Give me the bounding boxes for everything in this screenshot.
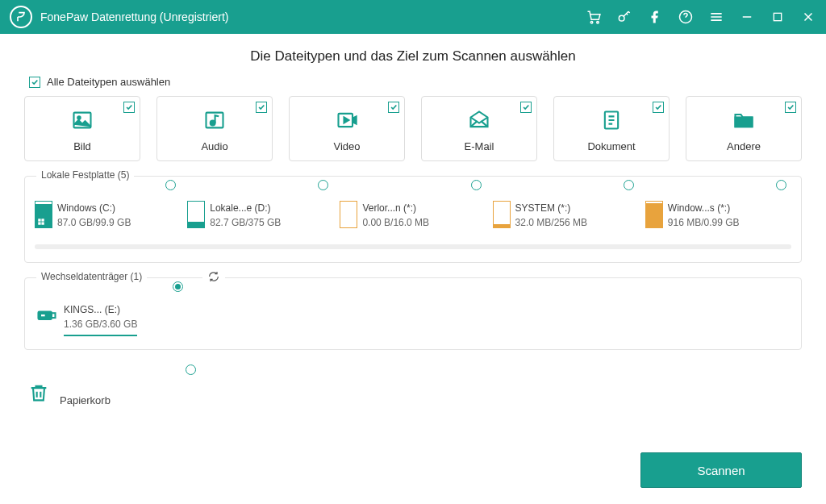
audio-icon xyxy=(201,108,228,132)
svg-point-0 xyxy=(590,21,593,23)
svg-point-1 xyxy=(597,21,599,23)
drive-win-radio[interactable] xyxy=(776,180,786,190)
document-icon xyxy=(598,108,625,132)
andere-checkbox[interactable] xyxy=(785,102,796,113)
svg-point-6 xyxy=(77,116,81,119)
drive-c-name: Windows (C:) xyxy=(57,201,131,215)
drive-lost-radio[interactable] xyxy=(471,180,482,190)
scan-button[interactable]: Scannen xyxy=(640,452,802,488)
removable-legend: Wechseldatenträger (1) xyxy=(36,271,147,282)
trash-label: Papierkorb xyxy=(60,394,111,408)
trash-section[interactable]: Papierkorb xyxy=(27,364,802,408)
svg-rect-15 xyxy=(41,222,44,224)
drive-usb[interactable]: KINGS... (E:)1.36 GB/3.60 GB xyxy=(35,301,188,336)
audio-checkbox[interactable] xyxy=(256,102,267,113)
dokument-checkbox[interactable] xyxy=(653,102,664,113)
email-label: E-Mail xyxy=(465,140,494,152)
trash-radio[interactable] xyxy=(186,364,196,375)
usb-icon xyxy=(35,302,59,327)
dokument-label: Dokument xyxy=(587,140,635,152)
video-label: Video xyxy=(333,140,360,152)
svg-point-2 xyxy=(619,15,624,21)
main-content: Die Dateitypen und das Ziel zum Scannen … xyxy=(0,34,826,408)
drive-sys[interactable]: SYSTEM (*:)32.0 MB/256 MB xyxy=(493,199,639,230)
svg-rect-4 xyxy=(774,13,781,20)
svg-rect-12 xyxy=(38,219,40,221)
drive-lost-name: Verlor...n (*:) xyxy=(362,201,429,215)
close-icon[interactable] xyxy=(800,9,816,25)
select-all-checkbox[interactable] xyxy=(29,77,40,88)
andere-label: Andere xyxy=(727,140,761,152)
filetype-bild[interactable]: Bild xyxy=(24,96,140,161)
drive-d-radio[interactable] xyxy=(318,180,328,190)
usb-name: KINGS... (E:) xyxy=(64,302,137,317)
removable-drives-section: Wechseldatenträger (1) KINGS... (E:)1.36… xyxy=(24,277,802,350)
menu-icon[interactable] xyxy=(708,9,724,25)
drive-lost-size: 0.00 B/16.0 MB xyxy=(362,215,429,230)
trash-icon xyxy=(27,381,50,408)
email-checkbox[interactable] xyxy=(520,102,532,113)
drive-sys-size: 32.0 MB/256 MB xyxy=(515,215,587,230)
drive-sys-name: SYSTEM (*:) xyxy=(515,201,587,215)
svg-rect-18 xyxy=(41,314,45,316)
page-heading: Die Dateitypen und das Ziel zum Scannen … xyxy=(24,48,802,65)
local-drives-legend: Lokale Festplatte (5) xyxy=(36,169,134,181)
drive-win[interactable]: Window...s (*:)916 MB/0.99 GB xyxy=(645,199,791,230)
svg-rect-17 xyxy=(52,313,56,318)
video-checkbox[interactable] xyxy=(388,102,399,113)
svg-rect-14 xyxy=(38,222,40,224)
window-title: FonePaw Datenrettung (Unregistriert) xyxy=(40,10,586,23)
svg-rect-16 xyxy=(39,312,52,319)
app-logo-icon xyxy=(10,6,32,28)
drive-usb-radio[interactable] xyxy=(173,281,183,292)
image-icon xyxy=(69,108,96,132)
key-icon[interactable] xyxy=(616,9,632,25)
select-all-row[interactable]: Alle Dateitypen auswählen xyxy=(29,76,802,88)
local-drives-section: Lokale Festplatte (5) Windows (C:)87.0 G… xyxy=(24,176,802,263)
drive-d-name: Lokale...e (D:) xyxy=(210,201,281,215)
drive-d[interactable]: Lokale...e (D:)82.7 GB/375 GB xyxy=(187,199,333,230)
email-icon xyxy=(465,108,493,132)
filetype-audio[interactable]: Audio xyxy=(156,96,273,161)
folder-icon xyxy=(730,108,757,132)
facebook-icon[interactable] xyxy=(647,9,663,25)
audio-label: Audio xyxy=(201,140,227,152)
drive-win-size: 916 MB/0.99 GB xyxy=(668,215,740,230)
bild-label: Bild xyxy=(73,140,91,152)
drive-d-size: 82.7 GB/375 GB xyxy=(210,215,281,230)
select-all-label: Alle Dateitypen auswählen xyxy=(47,76,170,88)
titlebar: FonePaw Datenrettung (Unregistriert) xyxy=(0,0,826,34)
svg-rect-13 xyxy=(41,219,44,221)
svg-rect-11 xyxy=(736,118,753,127)
filetype-grid: Bild Audio Video E-Mail Dokument Andere xyxy=(24,96,802,161)
drive-win-name: Window...s (*:) xyxy=(668,201,740,215)
filetype-andere[interactable]: Andere xyxy=(686,96,802,161)
help-icon[interactable] xyxy=(678,9,694,25)
filetype-dokument[interactable]: Dokument xyxy=(553,96,670,161)
video-icon xyxy=(333,108,361,132)
drive-lost[interactable]: Verlor...n (*:)0.00 B/16.0 MB xyxy=(340,199,486,230)
maximize-icon[interactable] xyxy=(770,9,786,25)
drive-c-radio[interactable] xyxy=(165,180,176,190)
filetype-email[interactable]: E-Mail xyxy=(421,96,537,161)
cart-icon[interactable] xyxy=(586,9,602,25)
drive-sys-radio[interactable] xyxy=(624,180,634,190)
minimize-icon[interactable] xyxy=(739,9,755,25)
bild-checkbox[interactable] xyxy=(123,102,135,113)
refresh-icon[interactable] xyxy=(202,270,225,286)
drive-c[interactable]: Windows (C:)87.0 GB/99.9 GB xyxy=(35,199,181,230)
local-drives-scrollbar[interactable] xyxy=(35,244,791,249)
usb-size: 1.36 GB/3.60 GB xyxy=(64,317,137,331)
drive-c-size: 87.0 GB/99.9 GB xyxy=(57,215,131,230)
filetype-video[interactable]: Video xyxy=(289,96,405,161)
